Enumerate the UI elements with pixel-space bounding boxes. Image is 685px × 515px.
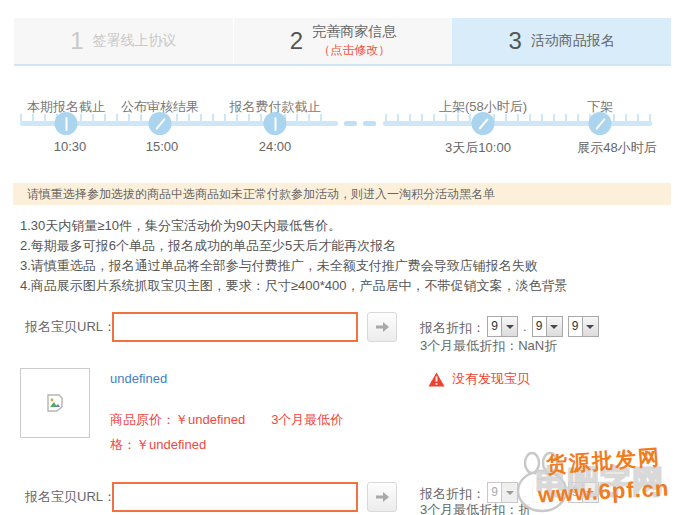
- rules-list: 1.30天内销量≥10件，集分宝活动价为90天内最低售价。 2.每期最多可报6个…: [20, 216, 567, 296]
- milestone-time: 15:00: [146, 139, 179, 154]
- step-edit-hint[interactable]: （点击修改）: [312, 42, 396, 59]
- product-error-text: 没有发现宝贝: [452, 370, 530, 388]
- tab-step-1[interactable]: 1 签署线上协议: [14, 18, 233, 64]
- min-discount-label: 3个月最低折扣：NaN折: [420, 337, 557, 355]
- product-signup-page: 1 签署线上协议 2 完善商家信息 （点击修改） 3 活动商品报名 本期报名截止…: [0, 0, 685, 515]
- step-number: 3: [509, 29, 522, 53]
- decimal-dot: .: [523, 319, 527, 334]
- tab-step-3[interactable]: 3 活动商品报名: [452, 18, 671, 64]
- milestone-time: 展示48小时后: [577, 139, 656, 157]
- chevron-down-icon[interactable]: [501, 483, 517, 502]
- clock-icon: [264, 112, 287, 135]
- step-label: 活动商品报名: [531, 32, 615, 50]
- chevron-down-icon[interactable]: [582, 317, 598, 336]
- product-price-line2: 格：￥undefined: [110, 436, 206, 454]
- clock-icon: [589, 112, 612, 135]
- timeline-bar: [383, 121, 652, 126]
- watermark-site-name: 货源批发网: [545, 443, 662, 479]
- discount-label: 报名折扣：: [420, 319, 485, 337]
- rule-item: 4.商品展示图片系统抓取宝贝主图，要求：尺寸≥400*400，产品居中，不带促销…: [20, 276, 567, 296]
- discount-select[interactable]: 9: [532, 316, 563, 337]
- product-price-line1: 商品原价：￥undefined3个月最低价: [110, 411, 343, 429]
- arrow-right-icon: [375, 491, 390, 503]
- url-label: 报名宝贝URL：: [25, 312, 116, 342]
- url-label: 报名宝贝URL：: [25, 482, 116, 512]
- arrow-right-icon: [375, 321, 390, 333]
- discount-selects-2: 9 . 9 9: [487, 482, 599, 503]
- step-label: 签署线上协议: [93, 32, 177, 50]
- chevron-down-icon[interactable]: [546, 317, 562, 336]
- discount-select[interactable]: 9: [532, 482, 563, 503]
- rule-item: 3.请慎重选品，报名通过单品将全部参与付费推广，未全额支付推广费会导致店铺报名失…: [20, 256, 567, 276]
- milestone-time: 3天后10:00: [445, 139, 511, 157]
- blacklist-warning-banner: 请慎重选择参加选拔的商品中选商品如未正常付款参加活动，则进入一淘积分活动黑名单: [13, 183, 671, 205]
- submit-url-button-1[interactable]: [367, 312, 397, 342]
- timeline-gap-dash: [344, 121, 357, 126]
- clock-icon: [149, 112, 172, 135]
- min-discount-label: 3个月最低折扣：折: [420, 501, 531, 515]
- discount-select[interactable]: 9: [487, 316, 518, 337]
- discount-selects-1: 9 . 9 9: [487, 316, 599, 337]
- product-error: 没有发现宝贝: [428, 370, 530, 388]
- submit-url-button-2[interactable]: [367, 482, 397, 512]
- step-number: 2: [290, 29, 303, 53]
- broken-image-icon: [46, 394, 64, 412]
- rule-item: 2.每期最多可报6个单品，报名成功的单品至少5天后才能再次报名: [20, 236, 567, 256]
- step-label: 完善商家信息: [312, 23, 396, 41]
- min-price-part1: 3个月最低价: [271, 412, 343, 427]
- url-input-1[interactable]: [112, 312, 358, 342]
- milestone-time: 24:00: [259, 139, 292, 154]
- clock-icon: [472, 112, 495, 135]
- step-number: 1: [70, 29, 83, 53]
- chevron-down-icon[interactable]: [546, 483, 562, 502]
- chevron-down-icon[interactable]: [582, 483, 598, 502]
- discount-select[interactable]: 9: [568, 316, 599, 337]
- product-image-placeholder: [20, 368, 90, 438]
- warning-triangle-icon: [428, 372, 445, 387]
- original-price: 商品原价：￥undefined: [110, 412, 245, 427]
- discount-select[interactable]: 9: [487, 482, 518, 503]
- chevron-down-icon[interactable]: [501, 317, 517, 336]
- site-watermark: 电吧字网 货源批发网 www.6pf.cn: [512, 447, 685, 515]
- product-title-link[interactable]: undefined: [110, 371, 167, 386]
- rule-item: 1.30天内销量≥10件，集分宝活动价为90天内最低售价。: [20, 216, 567, 236]
- milestone-time: 10:30: [54, 139, 87, 154]
- clock-icon: [55, 112, 78, 135]
- tab-step-2[interactable]: 2 完善商家信息 （点击修改）: [233, 18, 453, 64]
- decimal-dot: .: [523, 485, 527, 500]
- timeline-gap-dash: [363, 121, 376, 126]
- discount-select[interactable]: 9: [568, 482, 599, 503]
- url-input-2[interactable]: [112, 482, 358, 512]
- step-tabs: 1 签署线上协议 2 完善商家信息 （点击修改） 3 活动商品报名: [14, 18, 671, 66]
